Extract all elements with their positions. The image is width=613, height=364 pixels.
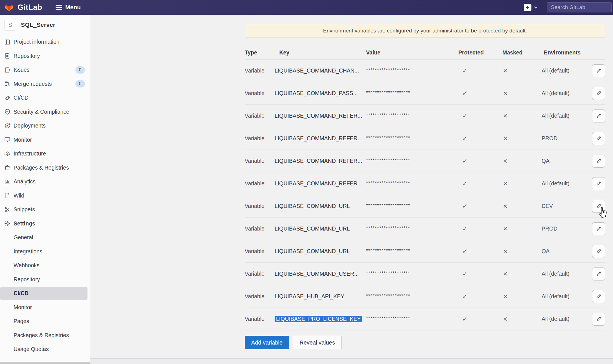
protected-check-icon: ✓ <box>458 315 502 323</box>
pencil-icon <box>596 316 602 322</box>
settings-subitem-ci-cd[interactable]: CI/CD <box>0 286 90 301</box>
new-menu-button[interactable]: + <box>522 3 539 12</box>
variable-value-masked: ******************** <box>366 316 458 321</box>
reveal-values-button[interactable]: Reveal values <box>293 336 342 349</box>
wiki-icon <box>4 192 10 199</box>
variable-type: Variable <box>245 67 275 74</box>
subnav-item-label: CI/CD <box>14 290 29 297</box>
variable-type: Variable <box>245 225 275 232</box>
variable-value-masked: ******************** <box>366 293 458 299</box>
edit-variable-button[interactable] <box>592 177 605 190</box>
masked-x-icon: ✕ <box>502 135 544 142</box>
sidebar-item-monitor[interactable]: Monitor <box>0 133 90 147</box>
sidebar-item-settings[interactable]: Settings <box>0 217 90 231</box>
add-variable-button[interactable]: Add variable <box>245 336 289 349</box>
col-environments: Environments <box>544 49 592 56</box>
project-header: S SQL_Server <box>0 15 90 35</box>
subnav-item-label: Integrations <box>14 248 42 255</box>
gitlab-app: GitLab Menu + S SQL_Server Project infor… <box>0 0 613 364</box>
subnav-item-label: General <box>14 234 33 241</box>
edit-variable-button[interactable] <box>592 132 605 145</box>
variable-key: LIQUIBASE_COMMAND_REFER... <box>275 180 366 187</box>
variable-environment: All (default) <box>542 90 592 97</box>
col-key-sortable[interactable]: ↑ Key <box>275 49 366 56</box>
variable-environment: PROD <box>542 135 592 142</box>
subnav-item-label: Packages & Registries <box>14 332 69 339</box>
settings-icon <box>4 220 10 227</box>
sidebar-item-wiki[interactable]: Wiki <box>0 189 90 203</box>
sidebar-item-deployments[interactable]: Deployments <box>0 119 90 133</box>
sidebar-item-repository[interactable]: Repository <box>0 49 90 63</box>
banner-text-before: Environment variables are configured by … <box>323 28 478 34</box>
sidebar-item-ci-cd[interactable]: CI/CD <box>0 91 90 105</box>
snippets-icon <box>4 207 10 213</box>
project-information-icon <box>4 39 10 45</box>
pencil-icon <box>596 181 602 187</box>
edit-variable-button[interactable] <box>592 267 605 280</box>
masked-x-icon: ✕ <box>502 225 544 232</box>
sidebar-item-label: Deployments <box>14 122 90 129</box>
settings-subitem-usage-quotas[interactable]: Usage Quotas <box>0 342 90 356</box>
cicd-icon <box>4 95 10 101</box>
settings-subitem-packages-registries[interactable]: Packages & Registries <box>0 328 90 343</box>
edit-variable-button[interactable] <box>592 222 605 235</box>
repository-icon <box>4 53 10 59</box>
issues-icon <box>4 67 10 73</box>
sidebar-item-label: Issues <box>14 67 75 73</box>
edit-variable-button[interactable] <box>592 313 605 326</box>
variable-environment: All (default) <box>542 180 592 187</box>
gitlab-logo[interactable]: GitLab <box>4 3 42 12</box>
protected-check-icon: ✓ <box>458 270 502 278</box>
sidebar: S SQL_Server Project information Reposit… <box>0 15 90 364</box>
menu-button[interactable]: Menu <box>54 4 82 11</box>
settings-subitem-general[interactable]: General <box>0 231 90 245</box>
variable-key: LIQUIBASE_COMMAND_USER... <box>275 271 366 277</box>
settings-subitem-pages[interactable]: Pages <box>0 314 90 328</box>
variable-type: Variable <box>245 248 275 255</box>
sidebar-item-packages-registries[interactable]: Packages & Registries <box>0 161 90 175</box>
variable-type: Variable <box>245 90 275 97</box>
edit-variable-button[interactable] <box>592 290 605 303</box>
plus-icon: + <box>524 4 531 11</box>
sidebar-item-infrastructure[interactable]: Infrastructure <box>0 147 90 161</box>
masked-x-icon: ✕ <box>502 67 544 74</box>
protected-link[interactable]: protected <box>478 28 501 34</box>
edit-variable-button[interactable] <box>592 245 605 258</box>
protected-check-icon: ✓ <box>458 157 502 165</box>
variable-row: Variable LIQUIBASE_COMMAND_URL *********… <box>245 218 605 240</box>
edit-variable-button[interactable] <box>592 87 605 100</box>
variable-value-masked: ******************** <box>366 135 458 141</box>
pencil-icon <box>596 203 602 209</box>
settings-subitem-integrations[interactable]: Integrations <box>0 245 90 259</box>
sidebar-item-snippets[interactable]: Snippets <box>0 203 90 217</box>
sidebar-item-merge-requests[interactable]: Merge requests 0 <box>0 77 90 91</box>
settings-subitem-repository[interactable]: Repository <box>0 273 90 287</box>
settings-subitem-monitor[interactable]: Monitor <box>0 301 90 315</box>
variables-table-body: Variable LIQUIBASE_COMMAND_CHAN... *****… <box>245 60 605 330</box>
gitlab-wordmark: GitLab <box>17 3 42 12</box>
variable-type: Variable <box>245 293 275 300</box>
masked-x-icon: ✕ <box>502 248 544 255</box>
variable-value-masked: ******************** <box>366 113 458 118</box>
edit-variable-button[interactable] <box>592 155 605 168</box>
pencil-icon <box>596 226 602 232</box>
variable-row: Variable LIQUIBASE_COMMAND_URL *********… <box>245 195 605 218</box>
sidebar-item-label: CI/CD <box>14 95 90 101</box>
variable-row: Variable LIQUIBASE_COMMAND_REFER... ****… <box>245 172 605 195</box>
subnav-item-label: Repository <box>14 276 40 283</box>
variable-row: Variable LIQUIBASE_HUB_API_KEY *********… <box>245 285 605 308</box>
settings-subitem-webhooks[interactable]: Webhooks <box>0 258 90 273</box>
search-input[interactable] <box>547 2 612 12</box>
edit-variable-button[interactable] <box>592 109 605 122</box>
sidebar-item-security-compliance[interactable]: Security & Compliance <box>0 105 90 119</box>
variable-value-masked: ******************** <box>366 67 458 73</box>
protected-check-icon: ✓ <box>458 225 502 233</box>
sidebar-item-project-information[interactable]: Project information <box>0 35 90 49</box>
project-avatar[interactable]: S <box>4 19 16 31</box>
sidebar-item-issues[interactable]: Issues 0 <box>0 63 90 77</box>
sidebar-item-analytics[interactable]: Analytics <box>0 175 90 189</box>
pencil-icon <box>596 135 602 141</box>
sidebar-item-label: Analytics <box>14 178 90 185</box>
edit-variable-button[interactable] <box>592 64 605 77</box>
edit-variable-button[interactable] <box>592 200 605 213</box>
